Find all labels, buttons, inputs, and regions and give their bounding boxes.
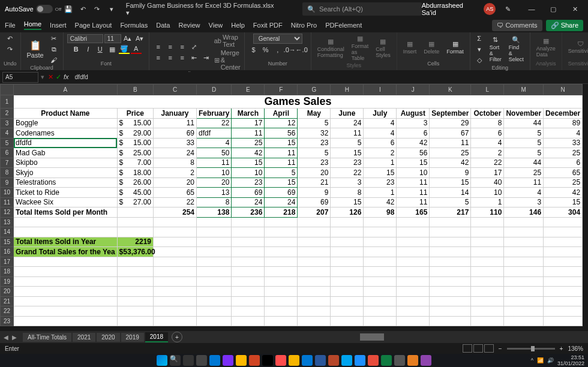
row-header[interactable]: 10 bbox=[1, 188, 14, 198]
cell-value[interactable]: 11 bbox=[504, 178, 544, 188]
cell-value[interactable]: 21 bbox=[298, 178, 331, 188]
cell-value[interactable]: 5 bbox=[331, 138, 364, 148]
copy-button[interactable]: ⧉ bbox=[49, 44, 59, 54]
qa-dropdown-icon[interactable]: ▾ bbox=[106, 3, 118, 15]
cell-value[interactable]: 1 bbox=[364, 158, 397, 168]
tab-file[interactable]: File bbox=[5, 22, 16, 29]
cell-value[interactable]: 12 bbox=[265, 118, 298, 128]
sheet-tab[interactable]: 2018 bbox=[145, 332, 168, 342]
horizontal-scrollbar[interactable] bbox=[360, 333, 576, 341]
cell-value[interactable]: 3 bbox=[504, 197, 544, 207]
fill-color-button[interactable]: 🪣 bbox=[119, 44, 130, 54]
cell-styles-button[interactable]: ▦Cell Styles bbox=[373, 37, 393, 59]
row-header[interactable]: 8 bbox=[1, 168, 14, 178]
cell-total[interactable]: 126 bbox=[331, 207, 364, 218]
tab-foxit[interactable]: Foxit PDF bbox=[253, 22, 283, 29]
cell-value[interactable]: 4 bbox=[544, 128, 583, 139]
cell-value[interactable]: 40 bbox=[471, 178, 504, 188]
cell-value[interactable]: 6 bbox=[364, 138, 397, 148]
cell-total[interactable]: 236 bbox=[232, 207, 265, 218]
cell-price[interactable]: $15.00 bbox=[117, 138, 153, 148]
taskbar-app-icon[interactable] bbox=[355, 355, 365, 366]
autosave-toggle[interactable]: AutoSave Off bbox=[5, 5, 61, 13]
normal-view-icon[interactable] bbox=[463, 344, 472, 353]
cell-price[interactable]: $27.00 bbox=[117, 197, 153, 207]
cell-price[interactable]: $45.00 bbox=[117, 188, 153, 198]
search-task-icon[interactable]: 🔍 bbox=[170, 355, 181, 366]
undo-button[interactable]: ↶ bbox=[5, 34, 16, 43]
cell-value[interactable]: 4 bbox=[471, 138, 504, 148]
cell-value[interactable]: 9 bbox=[298, 188, 331, 198]
font-name-select[interactable] bbox=[67, 34, 103, 43]
taskbar-app-icon[interactable] bbox=[381, 355, 392, 366]
cell-total[interactable]: 254 bbox=[154, 207, 197, 218]
sheet-tab[interactable]: 2021 bbox=[73, 333, 95, 342]
font-size-select[interactable] bbox=[104, 34, 121, 43]
row-header[interactable]: 12 bbox=[1, 207, 14, 218]
cell-value[interactable]: 15 bbox=[397, 158, 430, 168]
cell-value[interactable]: 23 bbox=[364, 178, 397, 188]
cell-value[interactable]: 14 bbox=[430, 188, 471, 198]
add-sheet-button[interactable]: + bbox=[172, 332, 182, 342]
cell-value[interactable]: 6 bbox=[471, 128, 504, 139]
summary-year-label[interactable]: Total Items Sold in Year bbox=[14, 237, 118, 247]
cell-value[interactable]: 11 bbox=[331, 128, 364, 139]
cell-value[interactable]: 5 bbox=[504, 138, 544, 148]
align-center-icon[interactable]: ≡ bbox=[165, 53, 176, 62]
row-header[interactable]: 15 bbox=[1, 237, 14, 247]
decrease-font-icon[interactable]: A▾ bbox=[134, 34, 145, 43]
column-header[interactable]: B bbox=[117, 85, 153, 95]
minimize-button[interactable]: — bbox=[521, 1, 542, 17]
cell-value[interactable]: 3 bbox=[331, 178, 364, 188]
cell-value[interactable]: 10 bbox=[232, 168, 265, 178]
cell-value[interactable]: 33 bbox=[544, 138, 583, 148]
delete-cells-button[interactable]: ▦Delete bbox=[421, 39, 442, 56]
cell-value[interactable]: 2 bbox=[154, 168, 197, 178]
cell-value[interactable]: 11 bbox=[397, 188, 430, 198]
cell-value[interactable]: 11 bbox=[265, 148, 298, 158]
taskbar-app-icon[interactable] bbox=[196, 355, 207, 366]
cell-value[interactable]: 5 bbox=[504, 148, 544, 158]
taskbar-app-icon[interactable] bbox=[249, 355, 260, 366]
row-header[interactable]: 14 bbox=[1, 227, 14, 237]
cell-value[interactable]: 24 bbox=[232, 197, 265, 207]
cell-total[interactable]: 218 bbox=[265, 207, 298, 218]
cell-value[interactable]: 3 bbox=[397, 118, 430, 128]
summary-total-label[interactable]: Grand Total Sales for the Yea bbox=[14, 247, 118, 257]
cell-value[interactable]: 5 bbox=[298, 148, 331, 158]
cell-value[interactable]: 32 bbox=[298, 128, 331, 139]
tab-view[interactable]: View bbox=[209, 22, 223, 29]
cell-value[interactable]: 11 bbox=[430, 138, 471, 148]
align-top-icon[interactable]: ≡ bbox=[153, 42, 164, 52]
cell-value[interactable]: 89 bbox=[544, 118, 583, 128]
cell-value[interactable]: 8 bbox=[197, 197, 232, 207]
cell-total[interactable]: 207 bbox=[298, 207, 331, 218]
cell-value[interactable]: 56 bbox=[265, 128, 298, 139]
cell-price[interactable]: $18.00 bbox=[117, 168, 153, 178]
cell-product[interactable]: Boggle bbox=[14, 118, 118, 128]
cell-value[interactable]: 11 bbox=[397, 178, 430, 188]
start-icon[interactable] bbox=[157, 355, 167, 366]
name-box-dropdown-icon[interactable]: ▾ bbox=[41, 73, 44, 81]
page-break-view-icon[interactable] bbox=[484, 344, 494, 353]
sheet-prev-icon[interactable]: ◀ bbox=[4, 334, 8, 341]
paste-button[interactable]: 📋Paste bbox=[25, 38, 46, 60]
decrease-decimal-icon[interactable]: ←.0 bbox=[296, 45, 307, 55]
row-header[interactable]: 7 bbox=[1, 158, 14, 168]
cut-button[interactable]: ✂ bbox=[49, 34, 59, 43]
system-tray[interactable]: ^ 📶 🔊 23:51 31/01/2022 bbox=[531, 354, 584, 366]
zoom-slider[interactable] bbox=[507, 348, 555, 350]
view-switcher[interactable] bbox=[463, 344, 494, 353]
cell-value[interactable]: 33 bbox=[154, 138, 197, 148]
format-painter-button[interactable]: 🖌 bbox=[49, 55, 59, 65]
cell-value[interactable]: 11 bbox=[232, 128, 265, 139]
analyze-data-button[interactable]: ▦Analyze Data bbox=[534, 36, 558, 59]
cell-value[interactable]: dfdf bbox=[197, 128, 232, 139]
cell-value[interactable]: 15 bbox=[544, 197, 583, 207]
cell-value[interactable]: 15 bbox=[265, 138, 298, 148]
percent-icon[interactable]: % bbox=[260, 45, 271, 55]
cell-total[interactable]: 146 bbox=[504, 207, 544, 218]
cell-product[interactable]: Ticket to Ride bbox=[14, 188, 118, 198]
column-header[interactable]: C bbox=[154, 85, 197, 95]
cell-price[interactable]: $29.00 bbox=[117, 128, 153, 139]
